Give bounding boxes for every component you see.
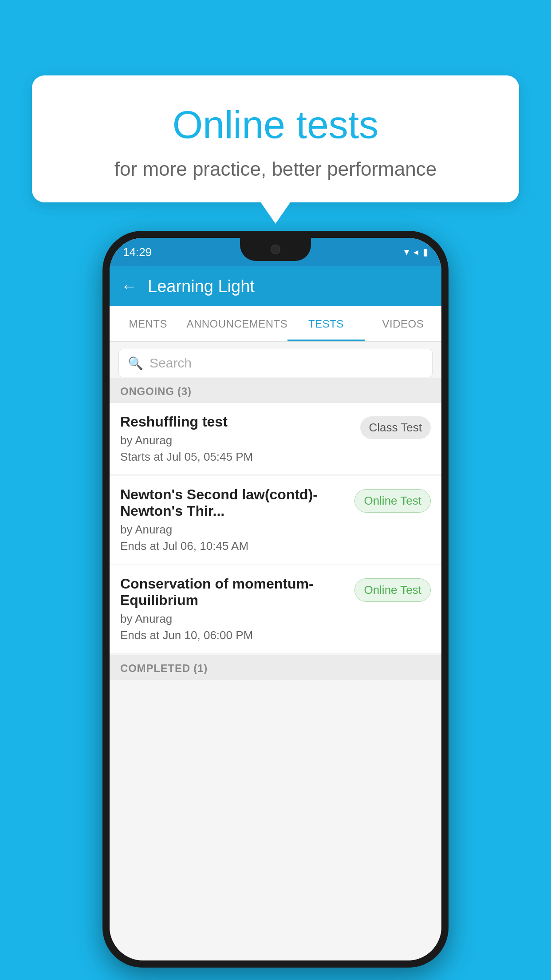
bubble-title: Online tests: [54, 102, 497, 147]
test-badge: Online Test: [354, 578, 431, 602]
test-by: by Anurag: [120, 612, 347, 626]
test-name: Newton's Second law(contd)-Newton's Thir…: [120, 486, 347, 519]
battery-icon: ▮: [423, 246, 428, 258]
tab-videos[interactable]: VIDEOS: [365, 306, 441, 341]
content-area: ONGOING (3) Reshuffling test by Anurag S…: [110, 378, 441, 960]
app-title: Learning Light: [148, 277, 255, 296]
test-name: Conservation of momentum-Equilibrium: [120, 576, 347, 609]
test-item[interactable]: Reshuffling test by Anurag Starts at Jul…: [110, 403, 441, 475]
test-time: Ends at Jun 10, 06:00 PM: [120, 628, 347, 642]
speech-bubble: Online tests for more practice, better p…: [32, 75, 519, 202]
tab-announcements[interactable]: ANNOUNCEMENTS: [186, 306, 287, 341]
phone-screen: 14:29 ▾ ◂ ▮ ← Learning Light MENTS ANNOU…: [110, 238, 441, 960]
test-item[interactable]: Newton's Second law(contd)-Newton's Thir…: [110, 476, 441, 564]
app-header: ← Learning Light: [110, 266, 441, 306]
phone-mockup: 14:29 ▾ ◂ ▮ ← Learning Light MENTS ANNOU…: [102, 231, 449, 968]
tabs-bar: MENTS ANNOUNCEMENTS TESTS VIDEOS: [110, 306, 441, 342]
test-info: Conservation of momentum-Equilibrium by …: [120, 576, 354, 642]
completed-section-header: COMPLETED (1): [110, 655, 441, 680]
test-badge: Online Test: [354, 489, 431, 513]
status-icons: ▾ ◂ ▮: [404, 246, 428, 258]
ongoing-label: ONGOING (3): [120, 385, 192, 397]
test-by: by Anurag: [120, 523, 347, 537]
test-time: Starts at Jul 05, 05:45 PM: [120, 450, 353, 464]
test-info: Newton's Second law(contd)-Newton's Thir…: [120, 486, 354, 553]
wifi-icon: ▾: [404, 246, 409, 258]
tab-ments[interactable]: MENTS: [110, 306, 186, 341]
completed-label: COMPLETED (1): [120, 662, 208, 674]
test-item[interactable]: Conservation of momentum-Equilibrium by …: [110, 565, 441, 653]
camera-dot: [271, 245, 280, 254]
search-icon: 🔍: [128, 356, 143, 371]
test-time: Ends at Jul 06, 10:45 AM: [120, 539, 347, 553]
ongoing-section-header: ONGOING (3): [110, 378, 441, 403]
signal-icon: ◂: [413, 246, 418, 258]
test-info: Reshuffling test by Anurag Starts at Jul…: [120, 414, 360, 464]
test-by: by Anurag: [120, 434, 353, 447]
search-input[interactable]: Search: [150, 356, 192, 371]
test-name: Reshuffling test: [120, 414, 353, 430]
search-input-wrapper[interactable]: 🔍 Search: [118, 349, 433, 377]
phone-notch: [240, 238, 311, 261]
tab-tests[interactable]: TESTS: [287, 306, 364, 341]
status-time: 14:29: [123, 245, 152, 259]
phone-outer: 14:29 ▾ ◂ ▮ ← Learning Light MENTS ANNOU…: [102, 231, 449, 968]
back-button[interactable]: ←: [121, 277, 137, 296]
test-badge: Class Test: [360, 416, 431, 439]
bubble-subtitle: for more practice, better performance: [54, 158, 497, 180]
